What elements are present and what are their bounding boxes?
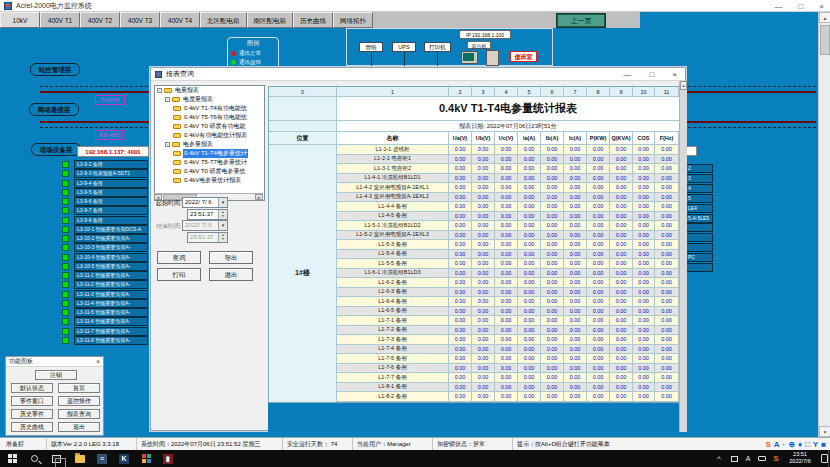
tree-node-label[interactable]: 0.4kV T5-T6有功电能统 <box>183 113 248 122</box>
tree-node[interactable]: 0.4kV T0 研发电参量统 <box>155 167 264 176</box>
tree-node[interactable]: -电度量报表 <box>155 95 264 104</box>
device-item[interactable]: L3-9-7 备用 <box>62 206 148 215</box>
task-view-icon[interactable] <box>46 450 66 467</box>
tree-node-label[interactable]: 0.4kV T0 研发有功电能 <box>183 122 247 131</box>
device-item[interactable]: L3-11-2 智能重要负荷A- <box>62 280 148 289</box>
report-query-button[interactable]: 报表查询 <box>58 409 100 419</box>
file-explorer-icon[interactable] <box>70 450 90 467</box>
export-button[interactable]: 导出 <box>209 251 253 264</box>
function-panel-close-icon[interactable]: × <box>96 357 100 366</box>
start-button[interactable] <box>2 450 22 467</box>
device-item[interactable]: L3-10-3 智能重要负荷A- <box>62 243 148 252</box>
query-button[interactable]: 查询 <box>157 251 201 264</box>
scrollbar-thumb[interactable] <box>820 25 830 55</box>
tray-sogou-icon[interactable]: S <box>770 450 782 467</box>
device-item[interactable]: L3-11-1 智能重要负荷A- <box>62 271 148 280</box>
tree-expander-icon[interactable]: - <box>165 97 170 102</box>
tray-language-icon[interactable]: A <box>742 450 754 467</box>
device-item[interactable]: L3-11-7 智能重要负荷A- <box>62 327 148 336</box>
tree-node-label[interactable]: 0.4kV T1-T4有功电能统 <box>183 104 248 113</box>
device-item[interactable]: L3-10-5 智能重要负荷A- <box>62 262 148 271</box>
device-label[interactable]: L3-10-1 智能重要负荷DCS-A <box>74 225 148 234</box>
exit-button[interactable]: 退出 <box>209 268 253 281</box>
device-item[interactable]: L3-9-3 电表预留A-5DT1 <box>62 169 148 178</box>
device-item[interactable]: L3-10-1 智能重要负荷DCS-A <box>62 225 148 234</box>
device-item[interactable]: L3-9-5 备用 <box>62 188 148 197</box>
search-icon[interactable] <box>24 450 44 467</box>
start-date-picker[interactable]: 2022/ 7/ 6▾ <box>182 197 228 208</box>
tab-5[interactable]: 400V T4 <box>160 12 200 28</box>
speaker-box[interactable]: 音响 <box>359 42 383 52</box>
ime-icon[interactable]: ■ <box>821 440 826 449</box>
device-label[interactable]: L3-9-8 备用 <box>74 216 148 225</box>
host-computer-icon[interactable] <box>459 50 501 67</box>
tree-node[interactable]: 0.4kV电参量统计报表 <box>155 176 264 185</box>
tab-9[interactable]: 网络拓扑 <box>333 12 373 28</box>
tree-node-label[interactable]: 0.4kV T5-T7电参量统计 <box>183 158 248 167</box>
history-event-button[interactable]: 历史事件 <box>11 409 53 419</box>
device-item[interactable]: L3-9-8 备用 <box>62 216 148 225</box>
pinned-app-icon-1[interactable]: ≡ <box>92 450 112 467</box>
ups-box[interactable]: UPS <box>392 42 416 52</box>
scroll-right-arrow[interactable]: ► <box>255 194 263 200</box>
tree-node-label[interactable]: 0.4kV电参量统计报表 <box>183 176 242 185</box>
function-panel-title[interactable]: 功能面板 <box>6 357 103 367</box>
tab-2[interactable]: 400V T1 <box>40 12 80 28</box>
device-item[interactable]: L3-11-4 智能重要负荷A- <box>62 299 148 308</box>
tray-window-icon[interactable] <box>728 450 740 467</box>
tree-expander-icon[interactable]: - <box>165 142 170 147</box>
pinned-app-icon-k[interactable]: K <box>114 450 134 467</box>
ime-icon[interactable]: □ <box>805 440 810 449</box>
tab-8[interactable]: 历史曲线 <box>293 12 333 28</box>
device-label[interactable]: L3-10-5 智能重要负荷A- <box>74 262 148 271</box>
device-label[interactable]: L3-11-1 智能重要负荷A- <box>74 271 148 280</box>
dropdown-arrow-icon[interactable]: ▾ <box>218 221 227 230</box>
remote-control-button[interactable]: 遥控操作 <box>58 396 100 406</box>
tree-node-label[interactable]: 0.4kV T0 研发电参量统 <box>183 167 247 176</box>
pinned-app-icon-grid[interactable] <box>136 450 156 467</box>
maximize-button[interactable]: □ <box>798 2 803 11</box>
pinned-app-icon-2[interactable]: ▮ <box>158 450 178 467</box>
tree-node[interactable]: 0.4kV T1-T4有功电能统 <box>155 104 264 113</box>
device-label[interactable]: L3-9-4 备用 <box>74 179 148 188</box>
tab-7[interactable]: 南区配电箱 <box>247 12 294 28</box>
device-item[interactable]: L3-11-6 智能重要负荷A- <box>62 317 148 326</box>
ime-icon[interactable]: ⊕ <box>788 440 795 449</box>
default-state-button[interactable]: 默认状态 <box>11 383 53 393</box>
tab-3[interactable]: 400V T2 <box>80 12 120 28</box>
device-item[interactable]: L3-9-6 备用 <box>62 197 148 206</box>
tab-4[interactable]: 400V T3 <box>120 12 160 28</box>
tree-node[interactable]: -电参量报表 <box>155 140 264 149</box>
panel-exit-button[interactable]: 退出 <box>58 422 100 432</box>
dropdown-arrow-icon[interactable]: ▾ <box>218 198 227 207</box>
device-label[interactable]: L3-11-4 智能重要负荷A- <box>74 299 148 308</box>
tree-node[interactable]: 0.4kV有功电能统计报表 <box>155 131 264 140</box>
report-vertical-scrollbar[interactable]: ▲ <box>679 81 687 432</box>
tray-keyboard-icon[interactable] <box>756 450 768 467</box>
tray-chevron-icon[interactable]: ^ <box>712 450 726 467</box>
dialog-close-button[interactable]: × <box>672 70 677 79</box>
tree-node[interactable]: 0.4kV T1-T4电参量统计 <box>155 149 264 158</box>
device-item[interactable]: L3-11-8 智能重要负荷A- <box>62 336 148 345</box>
device-label[interactable]: L3-11-5 智能重要负荷A- <box>74 308 148 317</box>
tree-node-label[interactable]: 0.4kV T1-T4电参量统计 <box>183 149 248 158</box>
end-date-picker[interactable]: 2022/ 7/ 6▾ <box>182 220 228 231</box>
end-time-spinner[interactable]: 23:51:37▴▾ <box>187 232 228 243</box>
close-button[interactable]: × <box>819 2 824 11</box>
tree-expander-icon[interactable]: - <box>157 88 162 93</box>
logout-button[interactable]: 注销 <box>35 370 77 380</box>
minimize-button[interactable]: — <box>774 2 782 11</box>
tree-node-label[interactable]: 电度量报表 <box>182 95 214 104</box>
tree-node[interactable]: 0.4kV T5-T6有功电能统 <box>155 113 264 122</box>
tree-node-label[interactable]: 0.4kV有功电能统计报表 <box>183 131 248 140</box>
device-label[interactable]: L3-11-7 智能重要负荷A- <box>74 327 148 336</box>
dialog-minimize-button[interactable]: — <box>623 70 631 79</box>
home-button[interactable]: 首页 <box>58 383 100 393</box>
device-label[interactable]: L3-9-5 备用 <box>74 188 148 197</box>
tab-1[interactable]: 10kV <box>0 12 40 28</box>
taskbar-clock[interactable]: 23:51 2022/7/6 <box>782 451 818 465</box>
spinner-arrows-icon[interactable]: ▴▾ <box>218 233 227 242</box>
print-button[interactable]: 打印 <box>157 268 201 281</box>
device-label[interactable]: L3-9-2 备用 <box>74 160 148 169</box>
tree-node[interactable]: 0.4kV T0 研发有功电能 <box>155 122 264 131</box>
